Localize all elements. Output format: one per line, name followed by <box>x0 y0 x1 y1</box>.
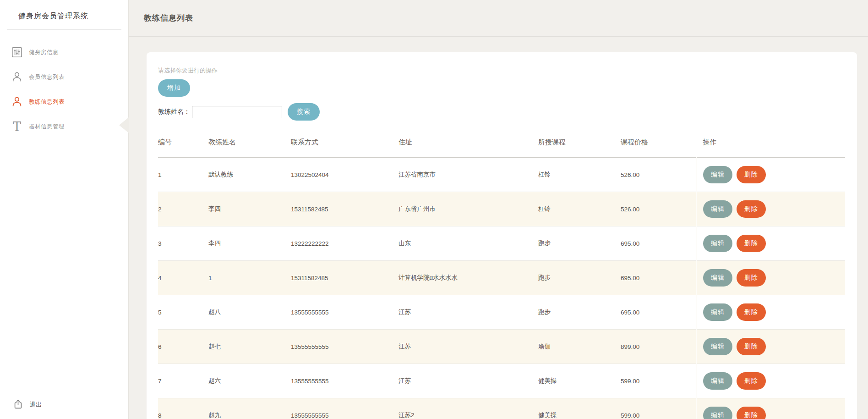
sidebar-item-member-list[interactable]: 会员信息列表 <box>0 65 128 89</box>
table-row: 3 李四 13222222222 山东 跑步 695.00 编辑 删除 <box>158 226 845 261</box>
sidebar-item-label: 健身房信息 <box>29 49 59 56</box>
coach-table: 编号 教练姓名 联系方式 住址 所授课程 课程价格 操作 1 默认教练 1302… <box>158 128 845 419</box>
cell-address: 江苏 <box>399 330 538 364</box>
main-area: 教练信息列表 请选择你要进行的操作 增加 教练姓名： 搜索 编号 教练姓名 联系… <box>129 0 868 419</box>
exit-icon <box>13 399 23 411</box>
cell-phone: 13555555555 <box>291 295 399 330</box>
cell-phone: 13022502404 <box>291 158 399 192</box>
cell-course: 跑步 <box>538 226 621 261</box>
operation-hint: 请选择你要进行的操作 <box>158 66 846 75</box>
cell-id: 7 <box>158 364 208 398</box>
cell-phone: 15311582485 <box>291 192 399 226</box>
column-header-id: 编号 <box>158 128 208 158</box>
cell-name: 赵八 <box>208 295 291 330</box>
cell-price: 695.00 <box>621 295 696 330</box>
cell-action: 编辑 删除 <box>696 330 845 364</box>
column-header-phone: 联系方式 <box>291 128 399 158</box>
add-button[interactable]: 增加 <box>158 79 190 97</box>
cell-price: 599.00 <box>621 398 696 419</box>
cell-id: 5 <box>158 295 208 330</box>
edit-button[interactable]: 编辑 <box>703 303 732 321</box>
content-card: 请选择你要进行的操作 增加 教练姓名： 搜索 编号 教练姓名 联系方式 住址 所… <box>147 52 857 419</box>
cell-action: 编辑 删除 <box>696 192 845 226</box>
cell-address: 江苏2 <box>399 398 538 419</box>
delete-button[interactable]: 删除 <box>737 235 766 252</box>
cell-phone: 15311582485 <box>291 261 399 295</box>
coach-name-label: 教练姓名： <box>158 108 190 116</box>
delete-button[interactable]: 删除 <box>737 166 766 183</box>
cell-action: 编辑 删除 <box>696 158 845 192</box>
cell-phone: 13555555555 <box>291 330 399 364</box>
cell-id: 4 <box>158 261 208 295</box>
logout-button[interactable]: 退出 <box>0 394 128 415</box>
cell-course: 健美操 <box>538 398 621 419</box>
delete-button[interactable]: 删除 <box>737 407 766 419</box>
table-row: 1 默认教练 13022502404 江苏省南京市 杠铃 526.00 编辑 删… <box>158 158 845 192</box>
app-title: 健身房会员管理系统 <box>0 0 128 21</box>
sidebar-item-label: 器材信息管理 <box>29 123 65 131</box>
sidebar-item-label: 教练信息列表 <box>29 98 65 106</box>
cell-phone: 13555555555 <box>291 364 399 398</box>
sidebar-divider <box>7 29 121 30</box>
table-row: 8 赵九 13555555555 江苏2 健美操 599.00 编辑 删除 <box>158 398 845 419</box>
table-row: 5 赵八 13555555555 江苏 跑步 695.00 编辑 删除 <box>158 295 845 330</box>
cell-action: 编辑 删除 <box>696 295 845 330</box>
cell-address: 山东 <box>399 226 538 261</box>
cell-action: 编辑 删除 <box>696 364 845 398</box>
cell-name: 1 <box>208 261 291 295</box>
cell-action: 编辑 删除 <box>696 398 845 419</box>
delete-button[interactable]: 删除 <box>737 269 766 287</box>
cell-course: 瑜伽 <box>538 330 621 364</box>
cell-id: 6 <box>158 330 208 364</box>
coach-icon <box>11 96 22 108</box>
cell-course: 跑步 <box>538 261 621 295</box>
cell-price: 695.00 <box>621 226 696 261</box>
sidebar-item-equipment[interactable]: T 器材信息管理 <box>0 114 128 139</box>
cell-course: 健美操 <box>538 364 621 398</box>
delete-button[interactable]: 删除 <box>737 372 766 390</box>
delete-button[interactable]: 删除 <box>737 338 766 355</box>
sidebar-item-coach-list[interactable]: 教练信息列表 <box>0 89 128 114</box>
cell-id: 1 <box>158 158 208 192</box>
member-icon <box>11 71 22 83</box>
coach-name-input[interactable] <box>192 106 282 118</box>
cell-price: 526.00 <box>621 192 696 226</box>
cell-course: 杠铃 <box>538 158 621 192</box>
edit-button[interactable]: 编辑 <box>703 235 732 252</box>
edit-button[interactable]: 编辑 <box>703 338 732 355</box>
edit-button[interactable]: 编辑 <box>703 269 732 287</box>
edit-button[interactable]: 编辑 <box>703 200 732 218</box>
column-header-price: 课程价格 <box>621 128 696 158</box>
delete-button[interactable]: 删除 <box>737 200 766 218</box>
cell-name: 赵六 <box>208 364 291 398</box>
table-row: 7 赵六 13555555555 江苏 健美操 599.00 编辑 删除 <box>158 364 845 398</box>
search-button[interactable]: 搜索 <box>288 103 320 121</box>
column-header-name: 教练姓名 <box>208 128 291 158</box>
table-row: 4 1 15311582485 计算机学院α水水水水 跑步 695.00 编辑 … <box>158 261 845 295</box>
cell-action: 编辑 删除 <box>696 226 845 261</box>
text-t-icon: T <box>11 121 22 132</box>
cell-id: 3 <box>158 226 208 261</box>
column-header-course: 所授课程 <box>538 128 621 158</box>
cell-name: 李四 <box>208 192 291 226</box>
column-header-action: 操作 <box>696 128 845 158</box>
cell-address: 江苏省南京市 <box>399 158 538 192</box>
table-row: 2 李四 15311582485 广东省广州市 杠铃 526.00 编辑 删除 <box>158 192 845 226</box>
cell-price: 695.00 <box>621 261 696 295</box>
cell-name: 默认教练 <box>208 158 291 192</box>
edit-button[interactable]: 编辑 <box>703 166 732 183</box>
edit-button[interactable]: 编辑 <box>703 372 732 390</box>
coach-table-body: 1 默认教练 13022502404 江苏省南京市 杠铃 526.00 编辑 删… <box>158 158 845 419</box>
cell-course: 杠铃 <box>538 192 621 226</box>
cell-address: 江苏 <box>399 295 538 330</box>
cell-price: 526.00 <box>621 158 696 192</box>
cell-id: 8 <box>158 398 208 419</box>
cell-name: 赵七 <box>208 330 291 364</box>
cell-address: 计算机学院α水水水水 <box>399 261 538 295</box>
edit-button[interactable]: 编辑 <box>703 407 732 419</box>
cell-price: 599.00 <box>621 364 696 398</box>
delete-button[interactable]: 删除 <box>737 303 766 321</box>
sidebar: 健身房会员管理系统 健身房信息 <box>0 0 129 419</box>
cell-name: 李四 <box>208 226 291 261</box>
sidebar-item-gym-info[interactable]: 健身房信息 <box>0 40 128 65</box>
